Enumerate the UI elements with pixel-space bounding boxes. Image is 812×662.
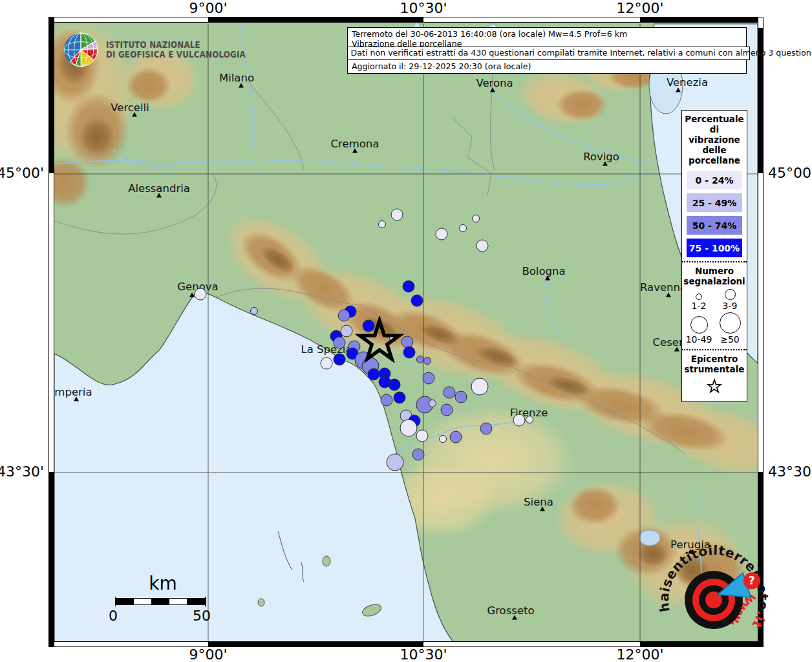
- ingv-globe-icon: [62, 31, 100, 69]
- city-marker-icon: [676, 88, 681, 92]
- city-label-imperia: Imperia: [54, 386, 92, 398]
- axis-top-12: 12°00': [616, 0, 663, 16]
- axis-right-45: 45°00': [768, 165, 812, 181]
- intensity-point: [250, 307, 258, 315]
- city-label-ravenna: Ravenna: [640, 281, 687, 294]
- star-icon: [706, 378, 723, 395]
- intensity-point: [321, 358, 333, 370]
- intensity-point: [423, 372, 435, 385]
- intensity-point: [334, 337, 346, 349]
- intensity-point: [429, 400, 436, 407]
- event-title: Terremoto del 30-06-2013 16:40:08 (ora l…: [352, 30, 742, 39]
- intensity-point: [381, 394, 393, 407]
- scale-bar: km 0 50: [109, 573, 212, 624]
- intensity-point: [403, 281, 415, 293]
- legend-class-2: 50 - 74%: [687, 216, 742, 235]
- axis-top-1030: 10°30': [400, 0, 447, 16]
- axis-left-45: 45°00': [0, 165, 44, 181]
- haisentitoilterremoto-logo: haisentitoilterremoto.it www. ?: [656, 542, 772, 658]
- event-disclaimer: Dati non verificati estratti da 430 ques…: [351, 48, 746, 58]
- intensity-point: [471, 378, 489, 396]
- city-label-grosseto: Grosseto: [487, 604, 534, 617]
- legend-class-3: 75 - 100%: [687, 239, 742, 257]
- intensity-point: [436, 228, 448, 240]
- intensity-point: [526, 416, 533, 423]
- scale-bar-segments: [115, 598, 206, 605]
- event-info-box: Terremoto del 30-06-2013 16:40:08 (ora l…: [347, 27, 747, 74]
- legend-class-0: 0 - 24%: [687, 171, 742, 189]
- city-label-siena: Siena: [524, 496, 553, 508]
- legend-epicenter-star: [682, 376, 747, 401]
- size-label: 3-9: [723, 301, 738, 311]
- legend-epicenter-title: Epicentro strumentale: [682, 352, 747, 376]
- epicenter-star-icon: [354, 316, 405, 368]
- map-canvas: MilanoVeronaVeneziaVercelliCremonaRovigo…: [54, 23, 758, 641]
- intensity-point: [416, 430, 429, 442]
- event-disclaimer-box: Dati non verificati estratti da 430 ques…: [347, 47, 750, 60]
- intensity-point: [455, 391, 467, 403]
- size-circle-icon: [690, 316, 708, 334]
- legend-size-0: 1-2: [683, 294, 714, 311]
- legend-percent-title: Percentuale di vibrazione delle porcella…: [682, 111, 747, 167]
- frame-left: [48, 17, 54, 647]
- ingv-logo: ISTITUTO NAZIONALE DI GEOFISICA E VULCAN…: [62, 31, 264, 69]
- intensity-point: [450, 431, 462, 443]
- intensity-point: [480, 423, 493, 435]
- intensity-point: [472, 215, 480, 222]
- city-marker-icon: [239, 83, 244, 88]
- intensity-point: [387, 454, 404, 471]
- city-label-rovigo: Rovigo: [583, 151, 619, 163]
- legend-size-1: 3-9: [714, 289, 745, 311]
- intensity-point: [513, 414, 526, 427]
- intensity-point: [394, 392, 406, 404]
- size-label: ≥50: [720, 334, 740, 345]
- city-marker-icon: [666, 293, 671, 297]
- axis-bottom-1030: 10°30': [400, 646, 447, 662]
- intensity-point: [338, 310, 350, 322]
- legend-panel: Percentuale di vibrazione delle porcella…: [681, 110, 747, 402]
- intensity-point: [441, 404, 453, 416]
- city-label-bologna: Bologna: [522, 265, 565, 277]
- axis-right-4330: 43°30': [768, 464, 812, 480]
- size-circle-icon: [720, 312, 741, 334]
- legend-count-title: Numero segnalazioni: [682, 264, 747, 288]
- terrain-relief: [54, 23, 758, 641]
- intensity-point: [411, 295, 423, 307]
- intensity-point: [334, 354, 346, 366]
- axis-left-4330: 43°30': [0, 464, 44, 480]
- scale-unit: km: [114, 573, 212, 594]
- intensity-point: [439, 435, 447, 443]
- legend-class-1: 25 - 49%: [687, 193, 742, 212]
- city-label-verona: Verona: [476, 77, 513, 89]
- intensity-point: [459, 224, 467, 232]
- intensity-point: [476, 240, 489, 252]
- axis-bottom-9: 9°00': [189, 646, 227, 662]
- size-circle-icon: [725, 289, 736, 300]
- city-label-venezia: Venezia: [667, 76, 708, 89]
- city-label-vercelli: Vercelli: [111, 101, 149, 114]
- scale-start: 0: [109, 608, 118, 624]
- city-label-alessandria: Alessandria: [128, 182, 190, 195]
- intensity-point: [391, 209, 403, 221]
- ingv-logo-text: ISTITUTO NAZIONALE DI GEOFISICA E VULCAN…: [106, 40, 246, 60]
- legend-separator-2: [682, 349, 747, 350]
- size-circle-icon: [696, 294, 702, 300]
- scale-end: 50: [193, 608, 211, 624]
- axis-top-9: 9°00': [189, 0, 227, 16]
- intensity-point: [423, 357, 431, 365]
- size-label: 10-49: [686, 334, 712, 345]
- size-label: 1-2: [692, 301, 707, 311]
- legend-size-classes: 1-23-910-49≥50: [682, 288, 747, 347]
- legend-color-classes: 0 - 24%25 - 49%50 - 74%75 - 100%: [682, 171, 747, 257]
- city-label-milano: Milano: [219, 72, 254, 84]
- intensity-point: [389, 379, 401, 391]
- intensity-point: [378, 220, 386, 228]
- intensity-point: [443, 387, 456, 399]
- intensity-point: [195, 288, 207, 301]
- event-updated: Aggiornato il: 29-12-2025 20:30 (ora loc…: [352, 62, 742, 72]
- intensity-point: [412, 449, 425, 461]
- intensity-point: [400, 420, 418, 437]
- legend-size-2: 10-49: [683, 316, 714, 345]
- logo-question-mark: ?: [749, 574, 755, 587]
- legend-size-3: ≥50: [714, 312, 745, 345]
